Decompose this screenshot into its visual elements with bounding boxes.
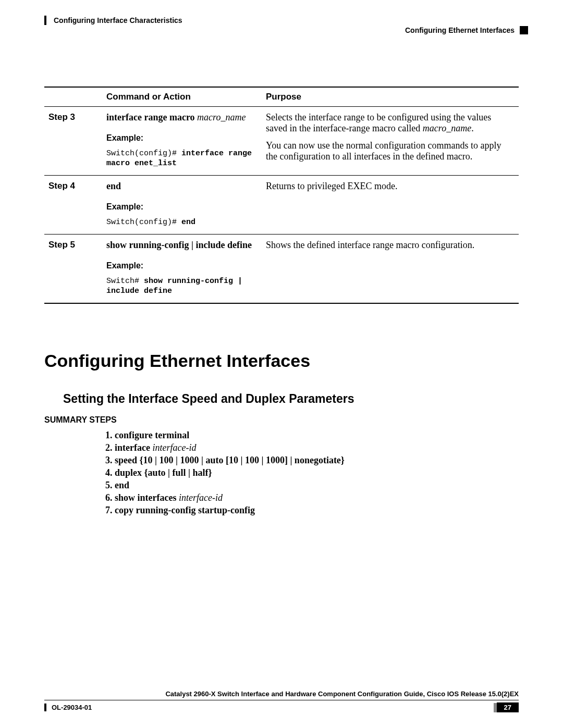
header-left: Configuring Interface Characteristics: [44, 16, 182, 25]
page-header: Configuring Interface Characteristics Co…: [44, 16, 519, 34]
command-bold: interface range macro: [106, 112, 197, 122]
page-number: 27: [497, 702, 519, 712]
example-label: Example:: [106, 261, 258, 270]
purpose-text-2: You can now use the normal configuration…: [266, 140, 515, 162]
purpose-text: Shows the defined interface range macro …: [266, 240, 515, 251]
list-item: end: [115, 480, 519, 491]
example-prompt: Switch(config)#: [106, 218, 181, 227]
header-right: Configuring Ethernet Interfaces: [405, 26, 515, 34]
list-item: duplex {auto | full | half}: [115, 467, 519, 478]
step-label: Step 3: [44, 107, 102, 176]
th-purpose: Purpose: [266, 92, 301, 102]
table-row: Step 5 show running-config | include def…: [44, 235, 519, 304]
steps-table: Command or Action Purpose Step 3 interfa…: [44, 87, 519, 304]
subsection-title: Setting the Interface Speed and Duplex P…: [44, 392, 519, 406]
list-item: copy running-config startup-config: [115, 505, 519, 516]
table-row: Step 4 end Example: Switch(config)# end …: [44, 176, 519, 235]
example-command: end: [181, 218, 195, 227]
list-item: speed {10 | 100 | 1000 | auto [10 | 100 …: [115, 455, 519, 466]
summary-steps-list: configure terminal interface interface-i…: [115, 430, 519, 516]
list-item: show interfaces interface-id: [115, 492, 519, 503]
purpose-text: Selects the interface range to be config…: [266, 112, 515, 134]
th-command: Command or Action: [106, 92, 191, 102]
list-item: interface interface-id: [115, 442, 519, 453]
step-label: Step 4: [44, 176, 102, 235]
corner-marker-icon: [520, 26, 528, 34]
header-right-wrap: Configuring Ethernet Interfaces: [405, 26, 519, 34]
table-row: Step 3 interface range macro macro_name …: [44, 107, 519, 176]
table-header-row: Command or Action Purpose: [44, 87, 519, 107]
section-title: Configuring Ethernet Interfaces: [44, 351, 519, 371]
example-label: Example:: [106, 202, 258, 212]
example-label: Example:: [106, 133, 258, 143]
example-prompt: Switch#: [106, 277, 144, 286]
footer-doc-id: OL-29034-01: [44, 704, 92, 711]
purpose-text: Returns to privileged EXEC mode.: [266, 181, 515, 192]
page-footer: Catalyst 2960-X Switch Interface and Har…: [44, 690, 519, 712]
list-item: configure terminal: [115, 430, 519, 441]
command-bold: show running-config | include define: [106, 240, 252, 250]
summary-steps-label: SUMMARY STEPS: [44, 415, 519, 425]
footer-guide-title: Catalyst 2960-X Switch Interface and Har…: [44, 690, 519, 700]
command-italic: macro_name: [197, 112, 246, 122]
command-bold: end: [106, 181, 121, 191]
example-prompt: Switch(config)#: [106, 149, 181, 158]
step-label: Step 5: [44, 235, 102, 304]
